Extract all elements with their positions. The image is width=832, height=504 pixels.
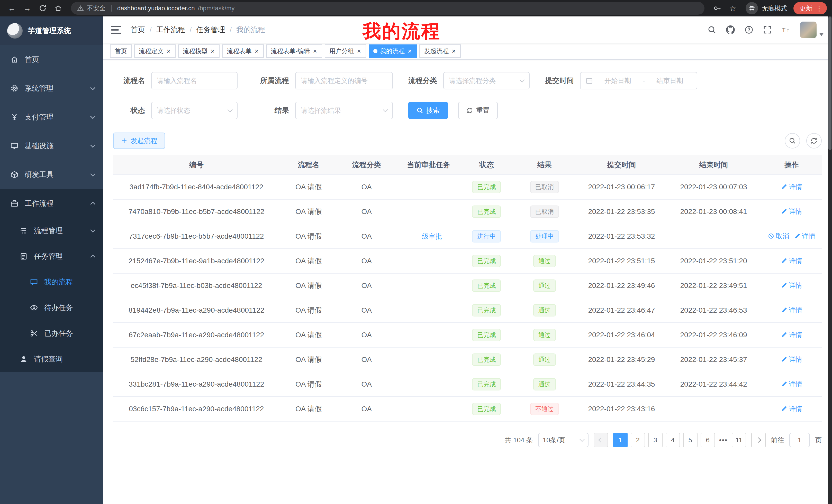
hamburger-icon[interactable] xyxy=(111,26,121,34)
back-icon[interactable]: ← xyxy=(5,2,19,15)
github-icon[interactable] xyxy=(726,25,735,34)
close-icon[interactable]: × xyxy=(210,48,215,54)
action-detail-link[interactable]: 详情 xyxy=(794,232,815,241)
row-category: OA xyxy=(338,249,395,273)
tab-5[interactable]: 用户分组× xyxy=(325,45,366,58)
browser-chrome: ← → 不安全 dashboard.yudao.iocoder.cn/bpm/t… xyxy=(0,0,832,17)
chevron-right-icon xyxy=(756,438,761,443)
toggle-search-button[interactable] xyxy=(785,133,800,148)
action-detail-link[interactable]: 详情 xyxy=(781,306,802,315)
edit-icon xyxy=(781,208,787,215)
page-button[interactable]: 4 xyxy=(666,433,680,447)
action-detail-link[interactable]: 详情 xyxy=(781,404,802,413)
sidebar-item-9[interactable]: 待办任务 xyxy=(0,295,103,320)
page-button[interactable]: 2 xyxy=(631,433,645,447)
search-button[interactable]: 搜索 xyxy=(408,102,448,119)
address-bar[interactable]: 不安全 dashboard.yudao.iocoder.cn/bpm/task/… xyxy=(71,2,704,15)
update-button[interactable]: 更新 ⋮ xyxy=(794,2,827,15)
scrollbar-thumb[interactable] xyxy=(828,17,831,150)
sidebar-item-1[interactable]: 系统管理 xyxy=(0,74,103,103)
sidebar-item-2[interactable]: 支付管理 xyxy=(0,103,103,132)
row-status-cell: 已完成 xyxy=(462,372,511,397)
close-icon[interactable]: × xyxy=(451,48,456,54)
action-detail-link[interactable]: 详情 xyxy=(781,330,802,339)
page-button[interactable]: 5 xyxy=(683,433,698,447)
process-name-input[interactable] xyxy=(157,77,232,85)
sidebar-item-0[interactable]: 首页 xyxy=(0,45,103,74)
search-icon[interactable] xyxy=(707,25,716,34)
action-detail-link[interactable]: 详情 xyxy=(781,256,802,265)
breadcrumb-item[interactable]: 任务管理 xyxy=(197,25,225,35)
row-end-time: 2022-01-23 00:07:03 xyxy=(666,175,761,199)
close-icon[interactable]: × xyxy=(313,48,317,54)
forward-icon[interactable]: → xyxy=(21,2,34,15)
fullscreen-icon[interactable] xyxy=(763,25,772,34)
row-submit-time: 2022-01-22 23:53:35 xyxy=(577,199,666,224)
sidebar-item-3[interactable]: 基础设施 xyxy=(0,132,103,160)
process-name-item: 流程名 xyxy=(113,72,238,89)
action-detail-link[interactable]: 详情 xyxy=(781,183,802,191)
chrome-home-icon[interactable] xyxy=(51,2,65,15)
logo[interactable]: 芋道管理系统 xyxy=(0,17,103,45)
tab-7[interactable]: 发起流程× xyxy=(419,45,461,58)
close-icon[interactable]: × xyxy=(407,48,412,54)
tab-6[interactable]: 我的流程× xyxy=(369,45,417,58)
prev-page-button[interactable] xyxy=(594,433,608,447)
sidebar-item-10[interactable]: 已办任务 xyxy=(0,320,103,346)
edit-icon xyxy=(781,307,787,313)
result-select[interactable]: 请选择流结果 xyxy=(295,102,393,119)
action-cancel-link[interactable]: 取消 xyxy=(768,232,789,241)
tab-2[interactable]: 流程模型× xyxy=(178,45,219,58)
row-name: OA 请假 xyxy=(280,199,338,224)
page-button[interactable]: 6 xyxy=(701,433,715,447)
table-row: 52ffd28e-7b9a-11ec-a290-acde48001122OA 请… xyxy=(113,347,822,372)
sidebar-item-7[interactable]: 任务管理 xyxy=(0,244,103,269)
refresh-table-button[interactable] xyxy=(806,133,822,148)
process-def-input[interactable] xyxy=(301,77,387,85)
process-table: 编号流程名流程分类当前审批任务状态结果提交时间结束时间操作 3ad174fb-7… xyxy=(113,155,822,422)
row-name: OA 请假 xyxy=(280,347,338,372)
breadcrumb-item[interactable]: 工作流程 xyxy=(156,25,185,35)
kebab-menu-icon[interactable]: ⋮ xyxy=(814,4,824,12)
sidebar-item-5[interactable]: 工作流程 xyxy=(0,189,103,218)
action-detail-link[interactable]: 详情 xyxy=(781,207,802,216)
user-avatar[interactable] xyxy=(800,22,824,38)
action-detail-link[interactable]: 详情 xyxy=(781,380,802,389)
action-detail-link[interactable]: 详情 xyxy=(781,355,802,364)
page-size-select[interactable]: 10条/页 xyxy=(538,433,589,447)
tab-0[interactable]: 首页 xyxy=(110,45,132,58)
breadcrumb-item[interactable]: 首页 xyxy=(131,25,145,35)
sidebar-item-11[interactable]: 请假查询 xyxy=(0,346,103,372)
tab-3[interactable]: 流程表单× xyxy=(222,45,263,58)
category-select[interactable]: 请选择流程分类 xyxy=(443,72,530,89)
task-link[interactable]: 一级审批 xyxy=(415,232,442,241)
pagination-total: 共 104 条 xyxy=(505,436,533,445)
sidebar-item-8[interactable]: 我的流程 xyxy=(0,269,103,295)
chevron-down-icon xyxy=(90,227,95,232)
reset-button[interactable]: 重置 xyxy=(458,102,498,119)
close-icon[interactable]: × xyxy=(254,48,259,54)
close-icon[interactable]: × xyxy=(357,48,362,54)
help-icon[interactable] xyxy=(745,25,753,34)
row-category: OA xyxy=(338,224,395,249)
page-button[interactable]: 3 xyxy=(648,433,662,447)
sidebar-item-4[interactable]: 研发工具 xyxy=(0,160,103,189)
tab-1[interactable]: 流程定义× xyxy=(134,45,176,58)
reload-icon[interactable] xyxy=(36,2,49,15)
sidebar-item-6[interactable]: 流程管理 xyxy=(0,218,103,244)
page-button[interactable]: 11 xyxy=(732,433,746,447)
tab-4[interactable]: 流程表单-编辑× xyxy=(266,45,322,58)
goto-page-input[interactable] xyxy=(790,433,809,447)
star-icon[interactable]: ☆ xyxy=(726,2,739,15)
status-select[interactable]: 请选择状态 xyxy=(151,102,238,119)
start-process-button[interactable]: 发起流程 xyxy=(113,133,165,149)
submit-time-range[interactable]: 开始日期 - 结束日期 xyxy=(580,72,697,89)
key-icon[interactable] xyxy=(711,2,724,15)
next-page-button[interactable] xyxy=(751,433,766,447)
font-size-icon[interactable]: TT xyxy=(782,25,790,34)
close-icon[interactable]: × xyxy=(166,48,171,54)
refresh-icon xyxy=(466,107,473,114)
page-button[interactable]: 1 xyxy=(613,433,628,447)
page-scrollbar[interactable] xyxy=(828,17,832,504)
action-detail-link[interactable]: 详情 xyxy=(781,281,802,290)
